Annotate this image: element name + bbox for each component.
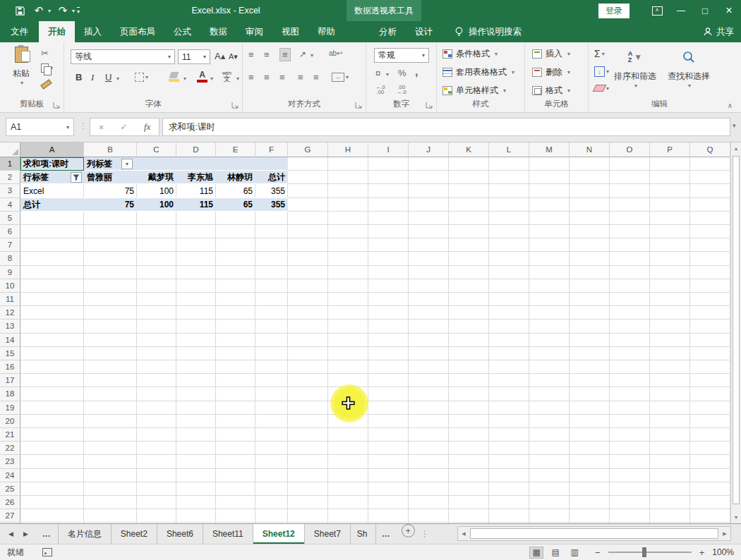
align-top-icon[interactable]: ≡ bbox=[248, 49, 254, 60]
copy-icon[interactable]: ▾ bbox=[41, 63, 53, 73]
percent-style-icon[interactable]: % bbox=[398, 68, 406, 78]
row-header-28[interactable]: 28 bbox=[0, 523, 20, 523]
number-format-select[interactable]: 常规▾ bbox=[374, 48, 429, 63]
zoom-slider-thumb[interactable] bbox=[642, 547, 646, 557]
row-header-23[interactable]: 23 bbox=[0, 455, 20, 468]
tab-开始[interactable]: 开始 bbox=[39, 21, 75, 42]
sheet-tab-Sheet12[interactable]: Sheet12 bbox=[253, 524, 305, 544]
number-dialog-launcher-icon[interactable] bbox=[426, 101, 433, 108]
zoom-in-icon[interactable]: + bbox=[699, 547, 705, 558]
row-header-22[interactable]: 22 bbox=[0, 442, 20, 455]
wrap-text-icon[interactable]: ab↩ bbox=[329, 49, 343, 57]
name-box-dropdown-icon[interactable]: ▾ bbox=[66, 124, 69, 130]
customize-qat-icon[interactable]: ▾ bbox=[77, 7, 80, 15]
normal-view-icon[interactable]: ▦ bbox=[529, 547, 543, 559]
column-label-dropdown-icon[interactable]: ▼ bbox=[121, 159, 133, 169]
contextual-tab-设计[interactable]: 设计 bbox=[406, 21, 442, 42]
column-header-Q[interactable]: Q bbox=[690, 142, 730, 157]
new-sheet-icon[interactable]: + bbox=[402, 524, 415, 537]
decrease-font-size-icon[interactable]: A▾ bbox=[229, 52, 238, 61]
row-header-19[interactable]: 19 bbox=[0, 401, 20, 415]
orientation-icon[interactable]: ↗ bbox=[299, 49, 306, 59]
sheet-tab-Sheet11[interactable]: Sheet11 bbox=[203, 524, 253, 544]
redo-icon[interactable]: ↷ bbox=[56, 3, 70, 18]
pivot-value-cell[interactable]: 65 bbox=[216, 198, 255, 212]
pivot-value-cell[interactable]: 75 bbox=[84, 184, 137, 197]
pivot-column-header[interactable]: 林静玥 bbox=[216, 171, 255, 184]
minimize-button[interactable]: — bbox=[669, 0, 693, 21]
align-middle-icon[interactable]: ≡ bbox=[264, 49, 270, 60]
pivot-value-cell[interactable]: 355 bbox=[255, 184, 288, 197]
row-header-3[interactable]: 3 bbox=[0, 184, 20, 197]
fill-icon[interactable]: ↓▾ bbox=[594, 66, 609, 77]
maximize-button[interactable]: □ bbox=[693, 0, 717, 21]
increase-indent-icon[interactable]: ≡ bbox=[313, 72, 319, 83]
save-icon[interactable] bbox=[13, 3, 27, 18]
worksheet-grid[interactable]: ABCDEFGHIJKLMNOPQ12345678910111213141516… bbox=[0, 142, 730, 523]
zoom-slider[interactable] bbox=[608, 552, 692, 553]
row-header-17[interactable]: 17 bbox=[0, 374, 20, 387]
insert-function-icon[interactable]: fx bbox=[144, 121, 150, 133]
row-header-12[interactable]: 12 bbox=[0, 306, 20, 319]
row-header-10[interactable]: 10 bbox=[0, 279, 20, 293]
zoom-level[interactable]: 100% bbox=[712, 547, 734, 557]
delete-cells-button[interactable]: 删除▾ bbox=[532, 66, 570, 78]
row-label-filter-icon[interactable] bbox=[71, 172, 82, 183]
sheet-tab-Sheet6[interactable]: Sheet6 bbox=[157, 524, 203, 544]
align-left-icon[interactable]: ≡ bbox=[248, 72, 254, 83]
bold-button[interactable]: B bbox=[76, 72, 82, 83]
macro-record-icon[interactable] bbox=[42, 548, 52, 556]
increase-decimal-icon[interactable]: ←.0.00 bbox=[375, 85, 385, 95]
close-button[interactable]: × bbox=[717, 0, 741, 21]
contextual-tab-分析[interactable]: 分析 bbox=[370, 21, 406, 42]
column-header-I[interactable]: I bbox=[368, 142, 409, 157]
sheet-tab-名片信息[interactable]: 名片信息 bbox=[58, 524, 112, 544]
row-header-14[interactable]: 14 bbox=[0, 334, 20, 347]
merge-center-icon[interactable]: ↔▾ bbox=[332, 73, 349, 82]
collapse-ribbon-icon[interactable]: ∧ bbox=[728, 102, 733, 109]
next-sheet-icon[interactable]: ▶ bbox=[23, 530, 28, 537]
alignment-dialog-launcher-icon[interactable] bbox=[355, 101, 362, 108]
tab-公式[interactable]: 公式 bbox=[164, 21, 200, 42]
scroll-down-icon[interactable]: ▼ bbox=[731, 511, 741, 523]
horizontal-scrollbar[interactable]: ◀ ▶ bbox=[457, 526, 731, 541]
expand-formula-bar-icon[interactable]: ▾ bbox=[733, 122, 736, 129]
sheet-tab-Sheet7[interactable]: Sheet7 bbox=[305, 524, 351, 544]
increase-font-size-icon[interactable]: A▴ bbox=[215, 51, 225, 61]
column-header-N[interactable]: N bbox=[570, 142, 610, 157]
sheet-tab-Sh[interactable]: Sh bbox=[351, 524, 376, 544]
row-header-15[interactable]: 15 bbox=[0, 347, 20, 360]
format-painter-icon[interactable] bbox=[41, 82, 52, 87]
tab-视图[interactable]: 视图 bbox=[272, 21, 308, 42]
vertical-scrollbar-thumb[interactable] bbox=[733, 156, 740, 504]
tell-me-box[interactable]: 操作说明搜索 bbox=[454, 21, 522, 42]
column-header-D[interactable]: D bbox=[176, 142, 216, 157]
font-color-icon[interactable]: A bbox=[197, 71, 207, 83]
conditional-formatting-button[interactable]: 条件格式▾ bbox=[442, 48, 498, 60]
paste-button[interactable]: 粘贴 ▾ bbox=[6, 47, 37, 86]
page-break-view-icon[interactable]: ▥ bbox=[567, 547, 582, 559]
format-cells-button[interactable]: 格式▾ bbox=[532, 85, 570, 97]
font-name-select[interactable]: 等线▾ bbox=[71, 49, 175, 64]
pivot-value-cell[interactable]: 75 bbox=[84, 198, 137, 212]
pivot-row-label[interactable]: Excel bbox=[20, 184, 84, 197]
row-header-2[interactable]: 2 bbox=[0, 171, 20, 184]
underline-dropdown-icon[interactable]: ▾ bbox=[116, 75, 119, 82]
column-header-K[interactable]: K bbox=[449, 142, 489, 157]
share-button[interactable]: 共享 bbox=[703, 21, 734, 42]
autosum-icon[interactable]: Σ▾ bbox=[594, 48, 605, 59]
pivot-value-cell[interactable]: 355 bbox=[255, 198, 288, 212]
row-header-11[interactable]: 11 bbox=[0, 293, 20, 306]
fill-color-icon[interactable] bbox=[169, 72, 179, 82]
tab-帮助[interactable]: 帮助 bbox=[308, 21, 344, 42]
name-box[interactable]: A1 ▾ bbox=[6, 118, 74, 136]
pivot-value-cell[interactable]: 65 bbox=[216, 184, 255, 197]
borders-icon[interactable]: ▾ bbox=[135, 73, 148, 82]
sort-filter-button[interactable]: AZ ▼ 排序和筛选 ▾ bbox=[610, 47, 660, 89]
ribbon-display-options-icon[interactable]: ∧ bbox=[645, 0, 669, 21]
zoom-out-icon[interactable]: − bbox=[595, 547, 601, 558]
row-header-1[interactable]: 1 bbox=[0, 157, 20, 171]
insert-cells-button[interactable]: 插入▾ bbox=[532, 48, 570, 60]
cell-styles-button[interactable]: 单元格样式▾ bbox=[442, 85, 506, 97]
row-header-4[interactable]: 4 bbox=[0, 198, 20, 212]
